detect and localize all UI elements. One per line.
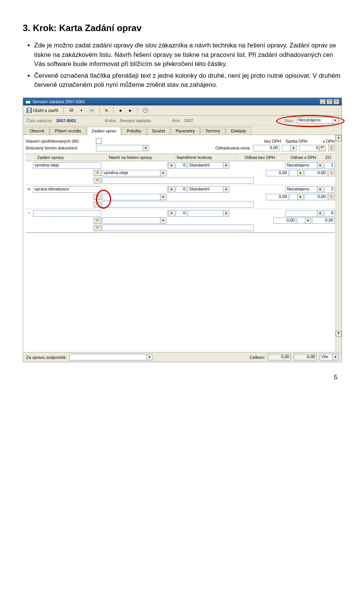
doc-bullet-list: Zde je možno zadat zadání opravy dle slo… (34, 41, 341, 90)
window-title: Servisní zakázka 2007-0001 (33, 99, 85, 104)
agreed-term-input[interactable] (96, 145, 149, 151)
next-button[interactable]: ► (126, 107, 134, 114)
stethoscope-icon (329, 145, 334, 151)
page-number: 5 (23, 374, 341, 381)
maximize-button[interactable]: □ (326, 99, 333, 104)
namerene-dd[interactable] (167, 162, 175, 169)
return-parts-checkbox[interactable] (96, 138, 102, 144)
print-dropdown[interactable]: ▼ (78, 108, 85, 113)
row-diag-button[interactable] (328, 193, 335, 200)
namerene-select[interactable]: Standardní (188, 186, 229, 193)
row-status-dd[interactable]: Nezahájeno (286, 162, 323, 169)
disk-icon (27, 108, 32, 113)
responsible-input[interactable] (69, 354, 153, 360)
navrh-input[interactable] (102, 194, 166, 200)
copy-right-button[interactable]: > (94, 218, 101, 224)
row-odhad-bez[interactable]: 0,00 (266, 170, 289, 176)
estimated-price-label: Odhadovaná cena: (215, 146, 251, 150)
zadani-input[interactable]: výměna oleje (33, 162, 101, 169)
col-namerene: Naměřené hodnoty (175, 154, 235, 161)
navrh-input[interactable]: výměna oleje (102, 170, 166, 176)
grid-row: * 0 0 > 0,00 (25, 209, 335, 233)
order-number-label: Číslo zakázky: (26, 118, 53, 123)
total-filter-dd[interactable]: Vše (320, 354, 339, 360)
status-label: Stav: (284, 118, 294, 123)
row-sazba[interactable]: 19 (289, 194, 304, 200)
prev-button[interactable]: ◄ (116, 107, 124, 114)
svg-rect-4 (28, 111, 30, 113)
navrh-extra-input[interactable] (102, 177, 254, 184)
row-odhad-s[interactable]: 0,00 (304, 194, 327, 200)
namerene-select[interactable]: Standardní (188, 162, 229, 169)
chevron-down-icon: ▼ (80, 109, 83, 112)
copy-left-button[interactable]: < (94, 225, 101, 231)
spellcheck-button[interactable]: ABC (87, 107, 96, 114)
col-zo: ZO (318, 154, 333, 161)
help-button[interactable]: ? (141, 107, 150, 114)
tab-soucet[interactable]: Součet (147, 127, 170, 135)
minimize-button[interactable]: _ (320, 99, 326, 104)
grid-header: Zadání opravy Návrh na řešení opravy Nam… (25, 154, 335, 161)
zadani-input[interactable] (33, 210, 101, 217)
tab-zadani-oprav[interactable]: Zadání oprav (87, 127, 121, 135)
print-icon (69, 108, 74, 113)
diagnostic-button[interactable] (328, 145, 335, 151)
zadani-input[interactable]: oprava klimatizace (33, 186, 101, 193)
row-odhad-s[interactable]: 0,00 (312, 217, 335, 224)
titlebar: Servisní zakázka 2007-0001 _ □ × (23, 98, 342, 105)
scroll-up-icon[interactable]: ▲ (336, 135, 342, 141)
row-sazba[interactable]: 19 (289, 170, 304, 176)
status-dropdown[interactable]: Nezahájeno (297, 117, 339, 124)
tab-polozky[interactable]: Položky (122, 127, 146, 135)
row-odhad-s[interactable]: 0,00 (304, 170, 327, 176)
estimated-s-dph[interactable]: 0,00 (299, 145, 326, 151)
row-status-dd[interactable]: Nezahájeno (286, 186, 323, 193)
toolbar-separator (99, 107, 100, 114)
copy-left-button[interactable]: < (94, 201, 101, 208)
x-icon: ✕ (105, 108, 108, 113)
delete-button[interactable]: ✕ (103, 107, 110, 114)
namerene-dd[interactable] (167, 186, 175, 193)
close-button[interactable]: × (333, 99, 339, 104)
namerene-num[interactable]: 0 (176, 162, 187, 169)
tab-prijem-vozidla[interactable]: Příjem vozidla (50, 127, 86, 135)
row-sazba[interactable] (297, 217, 311, 224)
save-close-button[interactable]: Uložit a zavřít (25, 107, 60, 114)
row-marker: ✎ (25, 187, 32, 192)
namerene-num[interactable]: 0 (176, 210, 187, 217)
vertical-scrollbar[interactable]: ▲ ▼ (335, 135, 342, 352)
navrh-input[interactable] (102, 217, 166, 224)
namerene-dd[interactable] (167, 210, 175, 217)
col-navrh: Návrh na řešení opravy (107, 154, 175, 161)
toolbar-separator (137, 107, 138, 114)
row-diag-button[interactable] (328, 170, 335, 176)
navrh-extra-input[interactable] (102, 201, 254, 208)
namerene-select[interactable] (188, 210, 229, 217)
app-window: Servisní zakázka 2007-0001 _ □ × Uložit … (23, 97, 342, 362)
copy-right-button[interactable]: > (94, 194, 101, 200)
copy-left-button[interactable]: < (94, 178, 101, 184)
copy-right-button[interactable]: > (94, 170, 101, 176)
row-odhad-bez[interactable]: 0,00 (273, 217, 296, 224)
estimated-bez-dph[interactable]: 0,00 (253, 145, 279, 151)
namerene-num[interactable]: 0 (176, 186, 187, 193)
row-odhad-bez[interactable]: 0,00 (266, 194, 289, 200)
scroll-down-icon[interactable]: ▼ (336, 331, 342, 337)
total-s-dph: 0,00 (294, 354, 317, 360)
tab-parametry[interactable]: Parametry (171, 127, 200, 135)
row-zo[interactable]: 1 (324, 162, 335, 169)
app-icon (25, 99, 31, 104)
col-odhad-s: Odhad s DPH (277, 154, 318, 161)
print-button[interactable] (67, 107, 76, 114)
arrow-right-icon: ► (128, 108, 132, 113)
navrh-extra-input[interactable] (102, 225, 254, 231)
col-s-dph: s DPH (312, 139, 335, 143)
status-value: Nezahájeno (298, 118, 321, 122)
tab-doklady[interactable]: Doklady (226, 127, 251, 135)
tab-terminy[interactable]: Termíny (201, 127, 225, 135)
row-zo[interactable]: 2 (324, 186, 335, 193)
tab-obecne[interactable]: Obecné (25, 127, 49, 135)
row-zo[interactable]: 0 (324, 210, 335, 217)
estimated-sazba[interactable]: 0 (282, 145, 297, 151)
row-status-dd[interactable] (286, 210, 323, 217)
